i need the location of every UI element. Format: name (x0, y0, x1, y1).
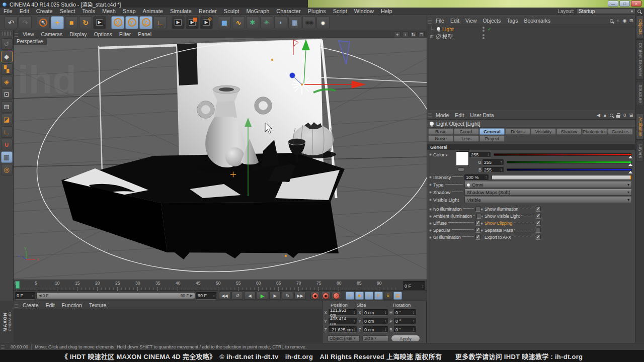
add-floor-menu[interactable]: ▦ (288, 16, 301, 29)
keying-help-button[interactable]: ? (332, 292, 341, 300)
add-subdivision-menu[interactable]: ✱ (246, 16, 259, 29)
add-light-menu[interactable]: ● (316, 16, 330, 29)
animation-dot[interactable] (429, 176, 432, 178)
lock-x-axis[interactable]: X (111, 16, 124, 29)
minimize-button[interactable]: — (608, 1, 618, 7)
attribute-tab[interactable]: Shadow (556, 128, 582, 135)
menu-item[interactable]: Help (377, 8, 396, 14)
pan-view-icon[interactable]: + (394, 31, 400, 37)
go-to-start-button[interactable]: ◀◀ (219, 292, 230, 300)
lock-z-axis[interactable]: Z (139, 16, 152, 29)
attribute-menu-item[interactable]: User Data (467, 112, 497, 118)
rotate-view-icon[interactable]: ↻ (410, 31, 417, 37)
animation-dot[interactable] (480, 229, 483, 232)
viewport-menu-item[interactable]: View (19, 31, 38, 37)
viewport-menu-item[interactable]: Options (91, 31, 116, 37)
attribute-tab[interactable]: Visibility (531, 128, 556, 135)
menu-item[interactable]: Plugins (304, 8, 330, 14)
viewport-menu-item[interactable]: Panel (134, 31, 155, 37)
coordinate-mode-dropdown[interactable]: Object (Rel▾ (328, 335, 360, 342)
menu-item[interactable]: Character (273, 8, 304, 14)
add-environment-menu[interactable]: ◗ (274, 16, 287, 29)
polygons-mode-button[interactable]: ◪ (1, 114, 13, 125)
object-row-model[interactable]: ⊞ 模型 (427, 33, 635, 40)
menu-item[interactable]: Mesh (99, 8, 119, 14)
panel-tab[interactable]: Objects (636, 16, 644, 38)
light-type-dropdown[interactable]: Omni ▾ (464, 182, 632, 188)
size-field[interactable]: 0 cm↕ (363, 326, 388, 333)
checkbox[interactable]: ✓ (475, 235, 480, 240)
axis-mode-button[interactable]: ∟ (1, 126, 13, 138)
restore-button[interactable]: □ (619, 1, 630, 7)
am-search-icon[interactable] (609, 114, 614, 117)
om-home-icon[interactable]: ⌂ (616, 18, 620, 23)
color-swatch[interactable] (456, 151, 469, 166)
menu-item[interactable]: Simulate (167, 8, 195, 14)
am-add-panel-icon[interactable]: ⊞ (629, 113, 633, 118)
viewport-canvas[interactable]: Perspective (14, 38, 427, 280)
rotate-tool[interactable]: ↻ (79, 16, 92, 29)
edges-mode-button[interactable]: ⊟ (1, 101, 13, 113)
next-frame-button[interactable]: ▶ (269, 292, 281, 300)
spinner-icon[interactable]: ↕ (32, 294, 34, 298)
checkbox[interactable]: ✓ (475, 228, 480, 233)
animation-dot[interactable] (429, 199, 432, 201)
menu-item[interactable]: Create (33, 8, 56, 14)
size-field[interactable]: 0 cm↕ (363, 318, 388, 324)
ruler-frame-display[interactable]: 0 F ↕ (403, 281, 425, 291)
menu-item[interactable]: Render (195, 8, 220, 14)
checkbox[interactable]: ✓ (475, 207, 480, 212)
attribute-tab[interactable]: Project (479, 135, 505, 142)
material-grip[interactable] (15, 302, 18, 308)
color-b-field[interactable]: 255↕ (482, 167, 504, 173)
attribute-tab[interactable]: Details (505, 128, 530, 135)
attribute-tab[interactable]: Basic (428, 128, 453, 135)
key-position-toggle[interactable]: + (346, 292, 354, 300)
lock-y-axis[interactable]: Y (125, 16, 138, 29)
position-field[interactable]: -21.625 cm↕ (329, 326, 357, 333)
coordinate-system-toggle[interactable]: ∟ (153, 16, 167, 29)
attribute-menu-item[interactable]: Edit (452, 112, 467, 118)
apply-button[interactable]: Apply (391, 335, 420, 342)
zoom-view-icon[interactable]: ↕ (402, 31, 409, 37)
checkbox[interactable]: ✓ (536, 221, 541, 226)
object-manager-menu-item[interactable]: Tags (504, 18, 521, 24)
object-manager-menu-item[interactable]: File (433, 18, 447, 24)
object-manager-menu-item[interactable]: Bookmarks (521, 18, 553, 24)
shadow-type-dropdown[interactable]: Shadow Maps (Soft) ▾ (464, 189, 632, 196)
live-selection-tool[interactable]: ↖ (37, 16, 50, 29)
playhead[interactable] (16, 281, 20, 289)
key-parameter-toggle[interactable]: P (374, 292, 383, 300)
add-spline-menu[interactable]: ∿ (232, 16, 245, 29)
record-keyframe-button[interactable]: ◆ (310, 292, 320, 300)
am-sync-icon[interactable]: 8 (622, 113, 627, 118)
attribute-tab[interactable]: General (479, 128, 505, 135)
material-menu-item[interactable]: Create (19, 302, 42, 308)
menu-item[interactable]: Sculpt (220, 8, 243, 14)
panel-tab[interactable]: Attributes (636, 114, 644, 140)
menu-item[interactable]: Window (351, 8, 377, 14)
checkbox[interactable]: ✓ (536, 214, 541, 219)
frame-range-slider[interactable]: ◀ 0 F 90 F ▶ (36, 292, 195, 299)
key-rotation-toggle[interactable]: ○ (365, 292, 373, 300)
menu-item[interactable]: Script (330, 8, 351, 14)
render-settings-button[interactable]: ▶ (200, 16, 213, 29)
checkbox[interactable]: ✓ (536, 235, 541, 240)
last-used-tool[interactable]: ▶ (93, 16, 106, 29)
intensity-slider[interactable] (492, 175, 632, 180)
viewport-menu-item[interactable]: Filter (116, 31, 134, 37)
points-mode-button[interactable]: ⊡ (1, 88, 13, 100)
spinner-icon[interactable]: ↕ (213, 294, 215, 298)
om-visibility-icon[interactable]: ◉ (622, 18, 627, 23)
undo-button[interactable]: ↶ (5, 16, 18, 29)
color-b-slider[interactable] (507, 168, 632, 171)
attribute-menu-item[interactable]: Mode (433, 112, 452, 118)
model-mode-button[interactable]: ◆ (1, 51, 13, 62)
color-r-field[interactable]: 255↕ (469, 152, 491, 158)
am-back-icon[interactable]: ◀ (596, 113, 601, 118)
attribute-manager-grip[interactable] (428, 112, 432, 118)
size-mode-dropdown[interactable]: Size▾ (362, 335, 388, 342)
add-deformer-menu[interactable]: ✳ (260, 16, 273, 29)
attribute-tab[interactable]: Caustics (608, 128, 633, 135)
animation-dot[interactable] (429, 191, 432, 194)
